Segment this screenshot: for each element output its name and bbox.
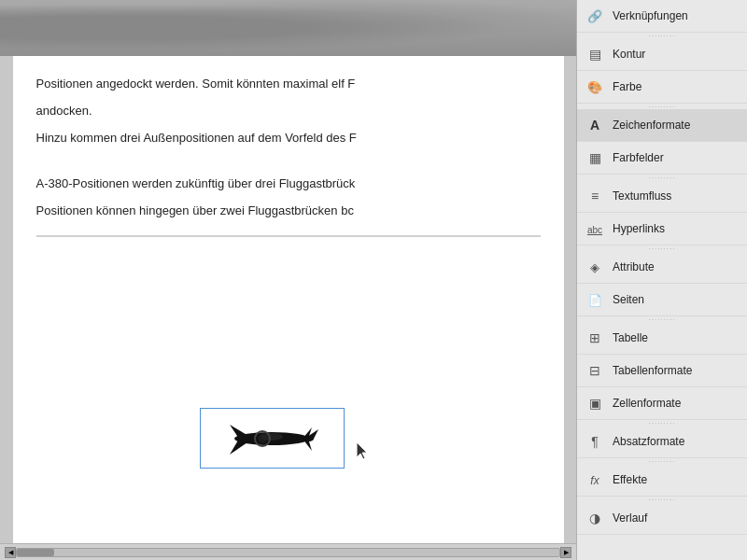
page-text: Positionen angedockt werden. Somit könnt… [36, 75, 541, 221]
table-icon [585, 328, 605, 348]
panel-item-label-zeichenformate: Zeichenformate [613, 119, 740, 132]
panel-item-verlauf[interactable]: Verlauf [577, 502, 747, 535]
panel-item-effekte[interactable]: Effekte [577, 464, 747, 497]
panel-item-tabellenformate[interactable]: Tabellenformate [577, 355, 747, 387]
hyperlink-icon [585, 218, 605, 239]
contour-icon [585, 44, 605, 64]
paragraph-5: Positionen können hingegen über zwei Flu… [36, 202, 541, 221]
paragraph-3: Hinzu kommen drei Außenpositionen auf de… [36, 129, 541, 148]
svg-point-9 [258, 434, 267, 443]
panel-item-label-hyperlinks: Hyperlinks [613, 222, 740, 235]
panel-item-label-kontur: Kontur [613, 48, 740, 61]
panel-item-label-verlauf: Verlauf [613, 511, 740, 525]
panel-item-label-absatzformate: Absatzformate [613, 435, 740, 448]
panel-item-label-attribute: Attribute [613, 260, 740, 273]
attribute-icon [585, 257, 605, 277]
panel-item-hyperlinks[interactable]: Hyperlinks [577, 213, 747, 245]
paraformat-icon [585, 431, 605, 452]
paragraph-2: andocken. [36, 102, 541, 121]
panel-item-attribute[interactable]: Attribute [577, 251, 747, 284]
canvas-selection[interactable] [200, 408, 345, 469]
panel-item-farbe[interactable]: Farbe [577, 71, 747, 104]
panel-item-zellenformate[interactable]: Zellenformate [577, 387, 747, 420]
panel-item-label-seiten: Seiten [613, 293, 740, 306]
svg-marker-1 [230, 439, 253, 455]
panel-item-textumfluss[interactable]: Textumfluss [577, 180, 747, 213]
svg-marker-2 [230, 425, 253, 439]
paragraph-4: A-380-Positionen werden zukünftig über d… [36, 175, 541, 194]
right-panel: VerknüpfungenKonturFarbeZeichenformateFa… [576, 0, 747, 560]
scroll-right-button[interactable]: ▶ [560, 547, 571, 558]
panel-item-label-farbe: Farbe [613, 80, 740, 93]
scrollbar-thumb[interactable] [17, 549, 54, 556]
panel-item-zeichenformate[interactable]: Zeichenformate [577, 109, 747, 142]
airplane-image [220, 415, 323, 462]
pages-icon [585, 289, 605, 310]
effects-icon [585, 469, 605, 490]
svg-point-6 [304, 436, 314, 441]
gradient-icon [585, 508, 605, 528]
top-image [0, 0, 576, 56]
color-icon [585, 77, 605, 97]
panel-item-label-effekte: Effekte [613, 473, 740, 486]
panel-item-tabelle[interactable]: Tabelle [577, 322, 747, 355]
colorfield-icon [585, 147, 605, 168]
panel-item-label-farbfelder: Farbfelder [613, 151, 740, 164]
tableformat-icon [585, 360, 605, 381]
panel-item-absatzformate[interactable]: Absatzformate [577, 426, 747, 458]
panel-item-label-zellenformate: Zellenformate [613, 397, 740, 410]
main-content: Positionen angedockt werden. Somit könnt… [0, 0, 576, 560]
scrollbar-track[interactable] [16, 548, 560, 557]
panel-item-label-textumfluss: Textumfluss [613, 189, 740, 203]
textflow-icon [585, 186, 605, 206]
panel-item-farbfelder[interactable]: Farbfelder [577, 142, 747, 175]
page-area: Positionen angedockt werden. Somit könnt… [13, 56, 564, 543]
svg-marker-10 [357, 442, 367, 459]
panel-item-verknuepfungen[interactable]: Verknüpfungen [577, 0, 747, 33]
paragraph-1: Positionen angedockt werden. Somit könnt… [36, 75, 541, 94]
cellformat-icon [585, 393, 605, 413]
panel-item-seiten[interactable]: Seiten [577, 284, 747, 316]
panel-item-label-verknuepfungen: Verknüpfungen [613, 9, 740, 22]
charformat-icon [585, 115, 605, 135]
horizontal-scrollbar[interactable]: ◀ ▶ [0, 543, 576, 560]
page-divider [36, 235, 541, 237]
panel-item-kontur[interactable]: Kontur [577, 38, 747, 71]
scroll-left-button[interactable]: ◀ [5, 547, 16, 558]
panel-item-label-tabelle: Tabelle [613, 331, 740, 344]
chain-icon [585, 6, 605, 26]
panel-item-label-tabellenformate: Tabellenformate [613, 364, 740, 377]
mouse-cursor [357, 442, 372, 461]
